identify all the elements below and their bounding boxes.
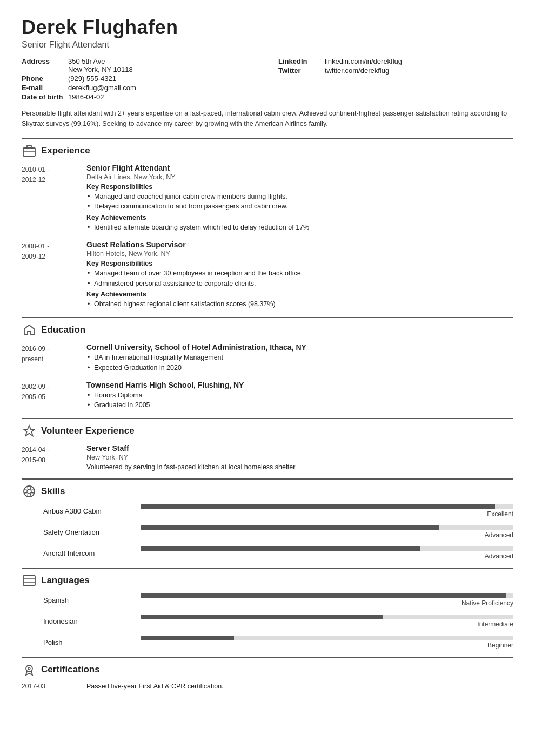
ach-item: Identified alternate boarding system whi… [86, 222, 513, 233]
volunteer-description: Volunteered by serving in fast-paced kit… [86, 463, 513, 471]
address-line2: New York, NY 10118 [68, 65, 133, 73]
twitter-value: twitter.com/derekflug [325, 66, 389, 75]
language-bar-track [141, 593, 513, 598]
language-name: Spanish [22, 596, 130, 604]
volunteer-icon [22, 423, 37, 438]
language-bar-track [141, 636, 513, 640]
linkedin-value: linkedin.com/in/derekflug [325, 57, 402, 65]
entry-org: Hilton Hotels, New York, NY [86, 250, 513, 258]
experience-section-header: Experience [22, 138, 513, 158]
language-bar-track [141, 615, 513, 619]
cert-entry-0: 2017-03 Passed five-year First Aid & CPR… [22, 683, 513, 690]
resp-item: Relayed communication to and from passen… [86, 201, 513, 212]
language-level-label: Intermediate [477, 620, 513, 628]
entry-content: Cornell University, School of Hotel Admi… [86, 343, 513, 373]
skill-row-2: Aircraft Intercom Advanced [22, 546, 513, 560]
svg-point-8 [26, 665, 32, 672]
address-block: Address 350 5th Ave New York, NY 10118 [22, 57, 257, 73]
entry-content: Server Staff New York, NY Volunteered by… [86, 444, 513, 471]
skill-bar-area: Advanced [141, 525, 513, 539]
experience-entries: 2010-01 -2012-12 Senior Flight Attendant… [22, 164, 513, 310]
skill-level-label: Advanced [485, 531, 513, 539]
entry-dates: 2014-04 -2015-08 [22, 444, 81, 471]
entry-title: Guest Relations Supervisor [86, 240, 513, 249]
language-bar-fill [141, 636, 234, 640]
skill-bar-fill [141, 525, 439, 530]
skills-section-title: Skills [41, 486, 65, 497]
svg-rect-1 [27, 145, 31, 148]
achievements-label: Key Achievements [86, 214, 513, 221]
resp-item: Managed and coached junior cabin crew me… [86, 192, 513, 202]
svg-point-4 [27, 489, 31, 494]
entry-org: Delta Air Lines, New York, NY [86, 173, 513, 181]
entry-dates: 2008-01 -2009-12 [22, 240, 81, 309]
edu-item: Graduated in 2005 [86, 400, 513, 410]
entry-dates: 2016-09 -present [22, 343, 81, 373]
entry-content: Senior Flight Attendant Delta Air Lines,… [86, 164, 513, 233]
candidate-title: Senior Flight Attendant [22, 40, 513, 50]
skill-bar-fill [141, 546, 420, 551]
language-level-label: Native Proficiency [462, 599, 513, 607]
phone-value: (929) 555-4321 [68, 75, 116, 83]
svg-rect-0 [23, 148, 35, 156]
skill-bar-track [141, 525, 513, 530]
skill-bar-area: Advanced [141, 546, 513, 560]
language-bar-fill [141, 615, 383, 619]
dob-value: 1986-04-02 [68, 93, 104, 101]
skill-level-label: Advanced [485, 552, 513, 560]
cert-date: 2017-03 [22, 683, 81, 690]
address-line1: 350 5th Ave [68, 57, 133, 65]
skills-icon [22, 484, 37, 499]
email-value: derekflug@gmail.com [68, 84, 136, 92]
language-bar-area: Native Proficiency [141, 593, 513, 607]
svg-rect-5 [23, 576, 35, 585]
languages-section-header: Languages [22, 568, 513, 588]
skills-entries: Airbus A380 Cabin Excellent Safety Orien… [22, 504, 513, 560]
responsibilities-label: Key Responsibilities [86, 183, 513, 191]
phone-block: Phone (929) 555-4321 [22, 75, 257, 83]
skill-bar-track [141, 546, 513, 551]
language-row-0: Spanish Native Proficiency [22, 593, 513, 607]
twitter-label: Twitter [278, 66, 322, 75]
skill-name: Safety Orientation [22, 528, 130, 536]
skill-name: Aircraft Intercom [22, 549, 130, 557]
ach-item: Obtained highest regional client satisfa… [86, 299, 513, 309]
language-row-2: Polish Beginner [22, 636, 513, 649]
skill-name: Airbus A380 Cabin [22, 507, 130, 515]
language-row-1: Indonesian Intermediate [22, 615, 513, 628]
entry-title: Server Staff [86, 444, 513, 453]
entry-title: Senior Flight Attendant [86, 164, 513, 172]
languages-entries: Spanish Native Proficiency Indonesian In… [22, 593, 513, 649]
certifications-section-header: Certifications [22, 657, 513, 677]
experience-entry-0: 2010-01 -2012-12 Senior Flight Attendant… [22, 164, 513, 233]
dob-block: Date of birth 1986-04-02 [22, 93, 257, 101]
contact-grid: Address 350 5th Ave New York, NY 10118 P… [22, 57, 513, 102]
entry-org: New York, NY [86, 454, 513, 461]
experience-entry-1: 2008-01 -2009-12 Guest Relations Supervi… [22, 240, 513, 309]
certifications-entries: 2017-03 Passed five-year First Aid & CPR… [22, 683, 513, 690]
linkedin-label: LinkedIn [278, 57, 322, 65]
email-block: E-mail derekflug@gmail.com [22, 84, 257, 92]
skill-row-1: Safety Orientation Advanced [22, 525, 513, 539]
entry-content: Townsend Harris High School, Flushing, N… [86, 381, 513, 411]
entry-content: Guest Relations Supervisor Hilton Hotels… [86, 240, 513, 309]
language-bar-fill [141, 593, 506, 598]
dob-label: Date of birth [22, 93, 65, 101]
email-label: E-mail [22, 84, 65, 92]
achievements-label: Key Achievements [86, 291, 513, 298]
certifications-icon [22, 662, 37, 677]
edu-item: Honors Diploma [86, 390, 513, 401]
education-icon [22, 322, 37, 338]
volunteer-entries: 2014-04 -2015-08 Server Staff New York, … [22, 444, 513, 471]
education-entries: 2016-09 -present Cornell University, Sch… [22, 343, 513, 410]
education-section-header: Education [22, 317, 513, 338]
responsibilities-label: Key Responsibilities [86, 260, 513, 267]
skills-section-header: Skills [22, 478, 513, 499]
svg-point-9 [28, 667, 30, 670]
linkedin-block: LinkedIn linkedin.com/in/derekflug [278, 57, 513, 65]
skill-bar-area: Excellent [141, 504, 513, 518]
volunteer-section-header: Volunteer Experience [22, 418, 513, 438]
phone-label: Phone [22, 75, 65, 83]
skill-bar-track [141, 504, 513, 509]
education-entry-1: 2002-09 -2005-05 Townsend Harris High Sc… [22, 381, 513, 411]
